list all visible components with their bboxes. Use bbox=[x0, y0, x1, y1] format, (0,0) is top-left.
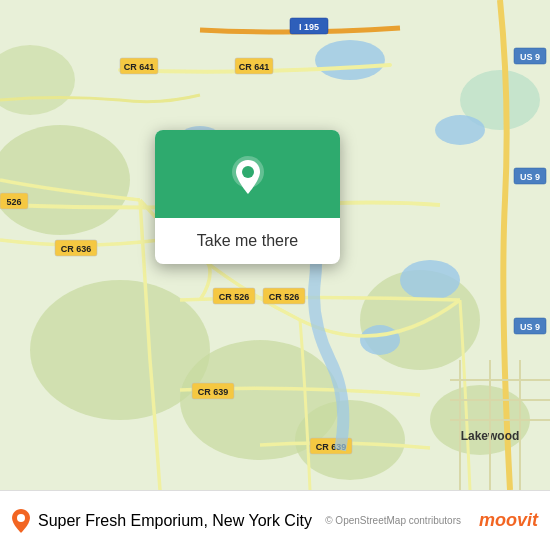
location-popup: Take me there bbox=[155, 130, 340, 264]
svg-text:526: 526 bbox=[6, 197, 21, 207]
location-info: Super Fresh Emporium, New York City bbox=[12, 509, 312, 533]
svg-text:US 9: US 9 bbox=[520, 52, 540, 62]
svg-text:CR 641: CR 641 bbox=[239, 62, 270, 72]
popup-header bbox=[155, 130, 340, 218]
location-name: Super Fresh Emporium, New York City bbox=[38, 512, 312, 530]
osm-attribution: © OpenStreetMap contributors bbox=[325, 515, 461, 526]
svg-text:CR 639: CR 639 bbox=[198, 387, 229, 397]
bottom-bar: Super Fresh Emporium, New York City © Op… bbox=[0, 490, 550, 550]
svg-text:CR 526: CR 526 bbox=[269, 292, 300, 302]
svg-point-10 bbox=[435, 115, 485, 145]
popup-body: Take me there bbox=[181, 218, 314, 264]
svg-text:US 9: US 9 bbox=[520, 322, 540, 332]
take-me-there-button[interactable]: Take me there bbox=[197, 232, 298, 249]
svg-text:CR 526: CR 526 bbox=[219, 292, 250, 302]
location-pin-icon bbox=[226, 154, 270, 198]
svg-text:CR 636: CR 636 bbox=[61, 244, 92, 254]
svg-text:CR 641: CR 641 bbox=[124, 62, 155, 72]
moovit-logo-text: moovit bbox=[479, 510, 538, 531]
map: I 195 CR 641 CR 641 526 CR 526 CR 526 CR… bbox=[0, 0, 550, 490]
svg-point-47 bbox=[17, 514, 25, 522]
moovit-pin-icon bbox=[12, 509, 30, 533]
svg-text:US 9: US 9 bbox=[520, 172, 540, 182]
svg-point-12 bbox=[360, 325, 400, 355]
svg-point-9 bbox=[315, 40, 385, 80]
svg-text:I 195: I 195 bbox=[299, 22, 319, 32]
svg-point-11 bbox=[400, 260, 460, 300]
svg-point-46 bbox=[242, 166, 254, 178]
